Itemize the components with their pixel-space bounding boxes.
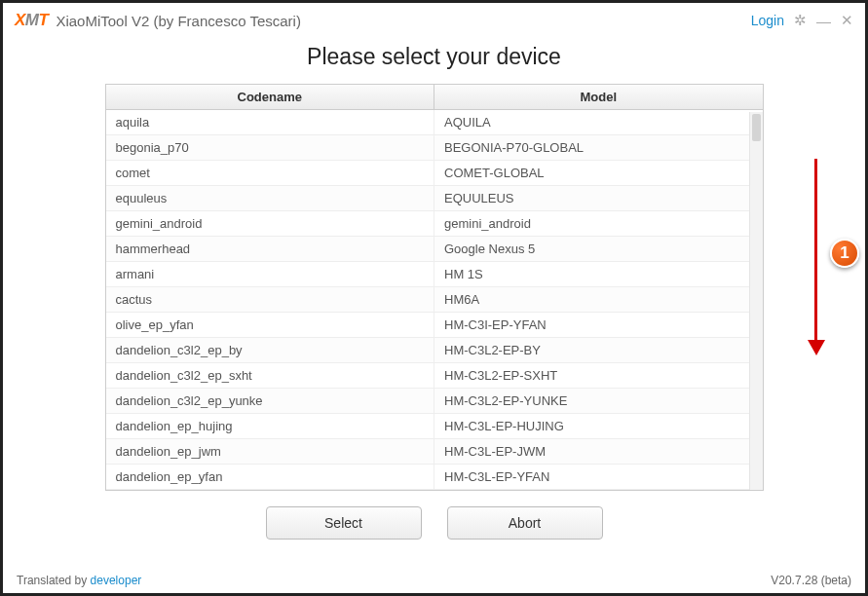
- logo-letter-x: X: [15, 11, 25, 29]
- footer: Translated by developer V20.7.28 (beta): [17, 574, 851, 587]
- cell-model: HM-C3L-EP-JWM: [434, 439, 763, 465]
- cell-model: HM-C3L-EP-YFAN: [434, 465, 763, 490]
- cell-model: Google Nexus 5: [434, 237, 763, 262]
- select-button[interactable]: Select: [266, 506, 422, 540]
- table-row[interactable]: dandelion_c3l2_ep_byHM-C3L2-EP-BY: [106, 338, 763, 363]
- cell-model: BEGONIA-P70-GLOBAL: [434, 135, 763, 161]
- annotation-arrow-head: [808, 340, 825, 355]
- device-table: Codename Model aquilaAQUILAbegonia_p70BE…: [105, 84, 764, 491]
- table-row[interactable]: dandelion_c3l2_ep_sxhtHM-C3L2-EP-SXHT: [106, 363, 763, 389]
- table-row[interactable]: gemini_androidgemini_android: [106, 211, 763, 237]
- table-row[interactable]: armaniHM 1S: [106, 262, 763, 287]
- cell-model: HM6A: [434, 287, 763, 313]
- table-row[interactable]: dandelion_ep_hujingHM-C3L-EP-HUJING: [106, 414, 763, 439]
- cell-model: HM-C3L-EP-HUJING: [434, 414, 763, 439]
- scrollbar[interactable]: [749, 112, 763, 490]
- table-row[interactable]: dandelion_c3l2_ep_yunkeHM-C3L2-EP-YUNKE: [106, 389, 763, 414]
- cell-codename: dandelion_c3l2_ep_yunke: [106, 389, 435, 414]
- titlebar: XMT XiaoMiTool V2 (by Francesco Tescari)…: [3, 3, 865, 38]
- table-row[interactable]: hammerheadGoogle Nexus 5: [106, 237, 763, 262]
- annotation-badge: 1: [830, 239, 859, 268]
- table-header: Codename Model: [106, 85, 763, 110]
- version-label: V20.7.28 (beta): [771, 574, 851, 587]
- cell-codename: equuleus: [106, 186, 435, 211]
- cell-model: HM-C3L2-EP-SXHT: [434, 363, 763, 389]
- developer-link[interactable]: developer: [91, 574, 142, 587]
- cell-codename: comet: [106, 161, 435, 186]
- cell-codename: dandelion_ep_hujing: [106, 414, 435, 439]
- table-row[interactable]: dandelion_ep_yfanHM-C3L-EP-YFAN: [106, 465, 763, 490]
- col-codename[interactable]: Codename: [106, 85, 435, 109]
- cell-model: HM-C3I-EP-YFAN: [434, 313, 763, 338]
- cell-model: AQUILA: [434, 110, 763, 135]
- cell-codename: cactus: [106, 287, 435, 313]
- minimize-icon[interactable]: —: [816, 13, 831, 29]
- close-icon[interactable]: ✕: [841, 12, 853, 29]
- table-body: aquilaAQUILAbegonia_p70BEGONIA-P70-GLOBA…: [106, 110, 763, 490]
- table-row[interactable]: cactusHM6A: [106, 287, 763, 313]
- table-row[interactable]: dandelion_ep_jwmHM-C3L-EP-JWM: [106, 439, 763, 465]
- scrollbar-thumb[interactable]: [752, 114, 761, 141]
- cell-codename: olive_ep_yfan: [106, 313, 435, 338]
- cell-codename: dandelion_ep_jwm: [106, 439, 435, 465]
- cell-codename: dandelion_c3l2_ep_by: [106, 338, 435, 363]
- logo-letter-m: M: [25, 11, 39, 29]
- annotation-arrow-line: [814, 159, 817, 344]
- cell-model: EQUULEUS: [434, 186, 763, 211]
- cell-model: COMET-GLOBAL: [434, 161, 763, 186]
- cell-model: HM-C3L2-EP-YUNKE: [434, 389, 763, 414]
- translated-by: Translated by developer: [17, 574, 141, 587]
- col-model[interactable]: Model: [434, 85, 763, 109]
- login-link[interactable]: Login: [751, 13, 784, 28]
- cell-model: gemini_android: [434, 211, 763, 237]
- cell-codename: hammerhead: [106, 237, 435, 262]
- app-logo: XMT: [15, 11, 48, 30]
- cell-codename: gemini_android: [106, 211, 435, 237]
- app-title: XiaoMiTool V2 (by Francesco Tescari): [56, 13, 300, 29]
- table-row[interactable]: cometCOMET-GLOBAL: [106, 161, 763, 186]
- cell-codename: aquila: [106, 110, 435, 135]
- table-row[interactable]: begonia_p70BEGONIA-P70-GLOBAL: [106, 135, 763, 161]
- table-row[interactable]: equuleusEQUULEUS: [106, 186, 763, 211]
- button-row: Select Abort: [3, 506, 865, 540]
- page-title: Please select your device: [3, 44, 865, 70]
- cell-codename: dandelion_ep_yfan: [106, 465, 435, 490]
- translated-prefix: Translated by: [17, 574, 91, 587]
- cell-codename: dandelion_c3l2_ep_sxht: [106, 363, 435, 389]
- table-row[interactable]: olive_ep_yfanHM-C3I-EP-YFAN: [106, 313, 763, 338]
- settings-icon[interactable]: ✲: [794, 12, 807, 29]
- table-row[interactable]: aquilaAQUILA: [106, 110, 763, 135]
- cell-model: HM-C3L2-EP-BY: [434, 338, 763, 363]
- cell-model: HM 1S: [434, 262, 763, 287]
- logo-letter-t: T: [39, 11, 49, 29]
- cell-codename: begonia_p70: [106, 135, 435, 161]
- cell-codename: armani: [106, 262, 435, 287]
- abort-button[interactable]: Abort: [447, 506, 603, 540]
